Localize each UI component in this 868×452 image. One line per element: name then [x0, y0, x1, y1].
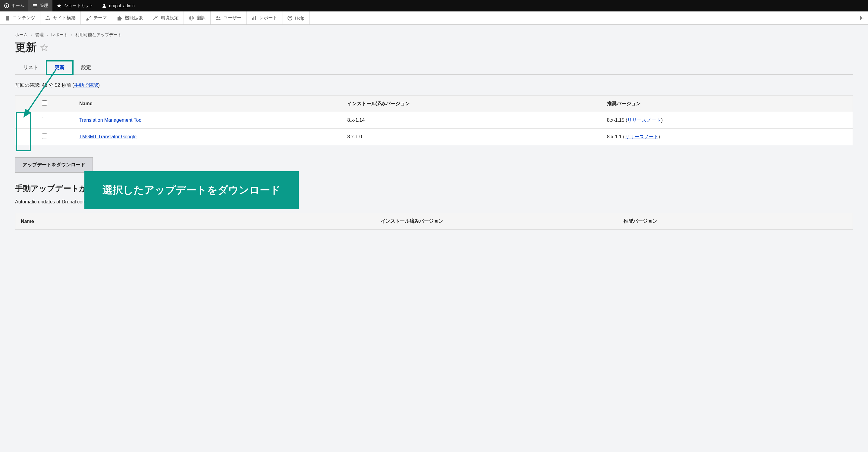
nav-translate[interactable]: 翻訳: [184, 11, 211, 24]
tab-list[interactable]: リスト: [15, 61, 46, 74]
back-home-button[interactable]: ホーム: [0, 0, 28, 11]
svg-point-0: [4, 4, 9, 8]
table-row: TMGMT Translator Google 8.x-1.0 8.x-1.1 …: [16, 129, 853, 145]
manual-header-recommended: 推奨バージョン: [618, 213, 852, 230]
collapse-icon: [860, 15, 865, 21]
breadcrumb-manage[interactable]: 管理: [35, 32, 44, 38]
release-notes-link[interactable]: リリースノート: [625, 134, 658, 139]
page-title-row: 更新: [15, 40, 853, 55]
page-content: ホーム › 管理 › レポート › 利用可能なアップデート 更新 リスト 更新 …: [0, 25, 868, 237]
breadcrumb-sep: ›: [47, 33, 48, 37]
manual-header-name: Name: [16, 213, 375, 230]
manage-button[interactable]: 管理: [28, 0, 53, 11]
star-icon: [57, 3, 61, 8]
svg-rect-8: [47, 19, 49, 20]
wrench-icon: [153, 15, 158, 21]
breadcrumb-updates[interactable]: 利用可能なアップデート: [75, 32, 122, 38]
back-arrow-icon: [4, 3, 9, 8]
svg-rect-3: [33, 7, 37, 7]
svg-rect-7: [49, 19, 50, 20]
svg-point-17: [290, 19, 290, 20]
row-checkbox[interactable]: [42, 117, 47, 122]
svg-rect-2: [33, 5, 37, 6]
installed-version: 8.x-1.14: [342, 112, 601, 129]
nav-people[interactable]: ユーザー: [211, 11, 247, 24]
header-recommended: 推奨バージョン: [601, 96, 853, 112]
collapse-toolbar-button[interactable]: [856, 11, 868, 24]
module-link[interactable]: Translation Management Tool: [79, 118, 143, 123]
update-table: Name インストール済みバージョン 推奨バージョン Translation M…: [15, 95, 853, 145]
breadcrumb-reports[interactable]: レポート: [51, 32, 68, 38]
header-name: Name: [74, 96, 342, 112]
user-icon: [102, 3, 107, 8]
people-icon: [216, 15, 221, 21]
svg-rect-15: [255, 16, 256, 20]
nav-help[interactable]: Help: [282, 11, 310, 24]
document-icon: [5, 15, 10, 21]
nav-configuration[interactable]: 環境設定: [148, 11, 184, 24]
manage-label: 管理: [40, 3, 48, 8]
svg-rect-1: [33, 4, 37, 5]
tab-update[interactable]: 更新: [46, 61, 73, 74]
breadcrumb-sep: ›: [71, 33, 72, 37]
appearance-icon: [86, 15, 91, 21]
breadcrumb: ホーム › 管理 › レポート › 利用可能なアップデート: [15, 32, 853, 38]
svg-point-11: [216, 16, 218, 18]
nav-appearance[interactable]: テーマ: [81, 11, 112, 24]
recommended-version: 8.x-1.1 (リリースノート): [601, 129, 853, 145]
nav-structure[interactable]: サイト構築: [40, 11, 81, 24]
user-label: drupal_admin: [109, 3, 135, 8]
download-updates-button[interactable]: アップデートをダウンロード: [15, 157, 93, 173]
puzzle-icon: [117, 15, 122, 21]
release-notes-link[interactable]: リリースノート: [627, 118, 661, 123]
installed-version: 8.x-1.0: [342, 129, 601, 145]
structure-icon: [45, 15, 51, 21]
header-installed: インストール済みバージョン: [342, 96, 601, 112]
nav-extend[interactable]: 機能拡張: [112, 11, 148, 24]
nav-content[interactable]: コンテンツ: [0, 11, 40, 24]
tabs: リスト 更新 設定: [15, 61, 853, 75]
top-toolbar: ホーム 管理 ショートカット drupal_admin: [0, 0, 868, 11]
svg-rect-14: [253, 17, 254, 20]
svg-rect-13: [252, 18, 253, 20]
shortcuts-button[interactable]: ショートカット: [53, 0, 98, 11]
home-label: ホーム: [11, 3, 24, 8]
manual-update-table: Name インストール済みバージョン 推奨バージョン: [15, 213, 853, 230]
svg-rect-6: [45, 19, 47, 20]
svg-point-12: [219, 17, 220, 18]
nav-reports[interactable]: レポート: [247, 11, 282, 24]
breadcrumb-sep: ›: [31, 33, 32, 37]
svg-rect-5: [47, 16, 49, 17]
breadcrumb-home[interactable]: ホーム: [15, 32, 28, 38]
admin-toolbar: コンテンツ サイト構築 テーマ 機能拡張 環境設定 翻訳 ユーザー レポート H…: [0, 11, 868, 25]
page-title: 更新: [15, 40, 37, 55]
chart-icon: [251, 15, 257, 21]
shortcuts-label: ショートカット: [64, 3, 93, 8]
row-checkbox[interactable]: [42, 133, 47, 139]
annotation-callout: 選択したアップデートをダウンロード: [84, 171, 299, 209]
manual-check-link[interactable]: 手動で確認: [74, 83, 98, 88]
recommended-version: 8.x-1.15 (リリースノート): [601, 112, 853, 129]
help-icon: [287, 15, 293, 21]
favorite-star-icon[interactable]: [40, 44, 48, 52]
last-check-status: 前回の確認: 48 分 52 秒前 (手動で確認): [15, 82, 853, 89]
manual-header-installed: インストール済みバージョン: [375, 213, 618, 230]
tab-settings[interactable]: 設定: [73, 61, 99, 74]
svg-point-4: [103, 4, 105, 6]
hamburger-icon: [33, 3, 37, 8]
module-link[interactable]: TMGMT Translator Google: [79, 134, 136, 139]
user-button[interactable]: drupal_admin: [98, 0, 139, 11]
table-row: Translation Management Tool 8.x-1.14 8.x…: [16, 112, 853, 129]
select-all-checkbox[interactable]: [42, 100, 47, 106]
globe-icon: [189, 15, 194, 21]
